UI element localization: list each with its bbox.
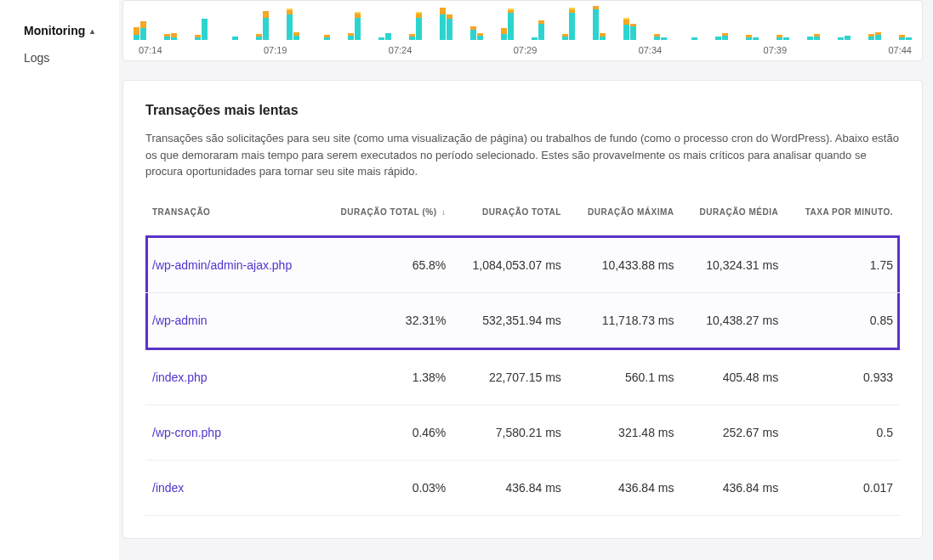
transaction-link[interactable]: /index bbox=[152, 481, 184, 495]
bar[interactable] bbox=[164, 34, 170, 40]
teal-segment bbox=[753, 37, 759, 40]
bar[interactable] bbox=[508, 8, 514, 40]
bar[interactable] bbox=[661, 37, 667, 40]
col-rate[interactable]: TAXA POR MINUTO. bbox=[785, 207, 900, 237]
cell: 10,433.88 ms bbox=[568, 236, 681, 292]
bar[interactable] bbox=[447, 14, 452, 40]
bar[interactable] bbox=[899, 35, 905, 40]
teal-segment bbox=[409, 37, 415, 40]
bar[interactable] bbox=[600, 33, 606, 40]
teal-segment bbox=[232, 37, 238, 40]
bar[interactable] bbox=[409, 34, 415, 40]
bar[interactable] bbox=[654, 34, 660, 40]
bar[interactable] bbox=[134, 27, 139, 40]
bar[interactable] bbox=[783, 37, 789, 40]
col-avg[interactable]: DURAÇÃO MÉDIA bbox=[680, 207, 785, 237]
bar[interactable] bbox=[256, 34, 262, 40]
orange-segment bbox=[440, 8, 446, 14]
col-total-pct[interactable]: DURAÇÃO TOTAL (%) ↓ bbox=[319, 207, 453, 237]
orange-segment bbox=[263, 11, 269, 18]
bar[interactable] bbox=[287, 8, 293, 40]
cell: 0.46% bbox=[319, 404, 453, 460]
teal-segment bbox=[532, 37, 538, 40]
bar[interactable] bbox=[906, 37, 912, 40]
cell: 1.38% bbox=[319, 348, 453, 404]
table-row[interactable]: /index.php1.38%22,707.15 ms560.1 ms405.4… bbox=[145, 348, 900, 404]
bar[interactable] bbox=[814, 34, 820, 40]
orange-segment bbox=[140, 21, 146, 28]
col-transaction[interactable]: TRANSAÇÃO bbox=[145, 207, 319, 237]
sidebar-item-logs[interactable]: Logs bbox=[0, 44, 119, 71]
bar[interactable] bbox=[538, 20, 544, 40]
bar[interactable] bbox=[868, 34, 874, 40]
bar[interactable] bbox=[378, 37, 384, 40]
bar[interactable] bbox=[140, 21, 146, 40]
bar[interactable] bbox=[416, 12, 422, 40]
bar[interactable] bbox=[630, 24, 636, 40]
teal-segment bbox=[195, 37, 201, 40]
bar[interactable] bbox=[777, 35, 782, 40]
bar[interactable] bbox=[623, 18, 629, 40]
teal-segment bbox=[654, 37, 660, 40]
table-row[interactable]: /wp-admin32.31%532,351.94 ms11,718.73 ms… bbox=[145, 292, 900, 348]
transaction-link[interactable]: /wp-admin/admin-ajax.php bbox=[152, 258, 292, 272]
bar[interactable] bbox=[324, 35, 330, 40]
bar-group bbox=[440, 8, 452, 40]
transaction-link[interactable]: /index.php bbox=[152, 371, 208, 384]
bar[interactable] bbox=[593, 6, 599, 40]
bar[interactable] bbox=[715, 37, 721, 40]
teal-segment bbox=[378, 37, 384, 40]
bar[interactable] bbox=[477, 33, 483, 40]
teal-segment bbox=[477, 36, 483, 40]
sidebar-item-monitoring[interactable]: Monitoring ▴ bbox=[0, 17, 119, 44]
col-max[interactable]: DURAÇÃO MÁXIMA bbox=[568, 207, 681, 237]
teal-segment bbox=[722, 36, 728, 40]
teal-segment bbox=[256, 37, 262, 40]
bar[interactable] bbox=[838, 37, 844, 40]
bar[interactable] bbox=[807, 37, 813, 40]
bar-group bbox=[164, 33, 177, 40]
bar[interactable] bbox=[845, 36, 851, 40]
bar[interactable] bbox=[385, 33, 391, 40]
bar[interactable] bbox=[440, 8, 446, 40]
table-row[interactable]: /wp-cron.php0.46%7,580.21 ms321.48 ms252… bbox=[145, 404, 900, 460]
bar[interactable] bbox=[722, 33, 728, 40]
x-tick: 07:34 bbox=[639, 45, 663, 55]
cell: 0.03% bbox=[319, 460, 453, 515]
bar[interactable] bbox=[355, 12, 361, 40]
bar[interactable] bbox=[171, 33, 177, 40]
bar[interactable] bbox=[691, 37, 697, 40]
teal-segment bbox=[868, 37, 874, 40]
bar[interactable] bbox=[232, 37, 238, 40]
teal-segment bbox=[906, 37, 912, 40]
bar[interactable] bbox=[195, 35, 201, 40]
table-row[interactable]: /wp-admin/admin-ajax.php65.8%1,084,053.0… bbox=[145, 236, 900, 292]
bar[interactable] bbox=[753, 37, 759, 40]
teal-segment bbox=[569, 13, 575, 40]
transaction-link[interactable]: /wp-admin bbox=[152, 314, 208, 327]
bar[interactable] bbox=[875, 32, 881, 40]
cell: 436.84 ms bbox=[568, 460, 681, 515]
bar[interactable] bbox=[562, 34, 568, 40]
bar[interactable] bbox=[532, 37, 538, 40]
bar[interactable] bbox=[746, 35, 752, 40]
cell: 0.017 bbox=[785, 460, 900, 515]
bar[interactable] bbox=[501, 28, 507, 40]
bar-group bbox=[532, 20, 544, 40]
bar[interactable] bbox=[263, 11, 269, 40]
panel-description: Transações são solicitações para seu sit… bbox=[145, 130, 900, 180]
bar-group bbox=[470, 26, 483, 40]
bar[interactable] bbox=[202, 19, 208, 40]
transaction-link[interactable]: /wp-cron.php bbox=[152, 426, 221, 439]
bar-group bbox=[654, 34, 667, 40]
bar-group bbox=[256, 11, 269, 40]
bar-group bbox=[562, 8, 575, 40]
col-total[interactable]: DURAÇÃO TOTAL bbox=[452, 207, 568, 237]
bar-group bbox=[746, 35, 759, 40]
bar[interactable] bbox=[470, 26, 476, 40]
bar[interactable] bbox=[293, 32, 299, 40]
table-row[interactable]: /index0.03%436.84 ms436.84 ms436.84 ms0.… bbox=[145, 460, 900, 515]
bar-group bbox=[777, 35, 789, 40]
bar[interactable] bbox=[569, 8, 575, 40]
bar[interactable] bbox=[348, 33, 354, 40]
